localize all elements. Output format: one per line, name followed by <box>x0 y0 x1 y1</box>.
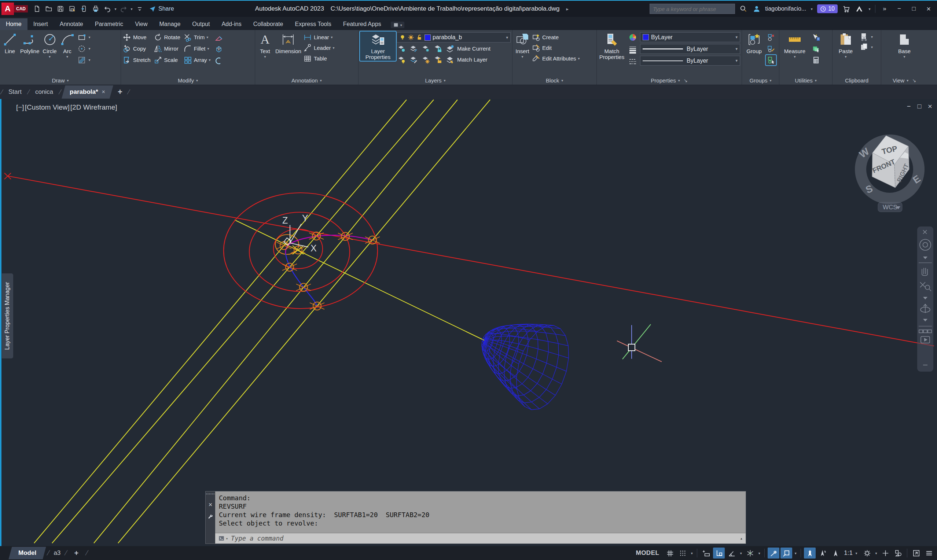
hatch-button[interactable] <box>77 55 87 65</box>
fillet-button[interactable]: Fillet▾ <box>183 44 211 54</box>
lineweight-dropdown[interactable]: ByLayer▾ <box>640 44 740 54</box>
object-snap-button[interactable] <box>780 548 792 558</box>
layer-properties-button[interactable]: Layer Properties <box>360 32 396 61</box>
text-button[interactable]: A Text ▾ <box>257 32 274 59</box>
array-button[interactable]: Array▾ <box>183 55 211 65</box>
command-panel-grip[interactable]: •••••• × <box>206 491 215 543</box>
ribbon-tab-parametric[interactable]: Parametric <box>89 18 129 30</box>
window-close-button[interactable]: × <box>923 3 934 14</box>
window-minimize-button[interactable]: − <box>894 3 905 14</box>
panel-title-block[interactable]: Block▾ <box>512 76 597 85</box>
insert-button[interactable]: Insert ▾ <box>514 32 531 59</box>
redo-dropdown-caret[interactable]: ▾ <box>130 7 134 11</box>
app-logo[interactable]: A CAD <box>0 1 28 17</box>
viewport-view-control[interactable]: [Custom View] <box>25 103 70 111</box>
quick-calculator-button[interactable] <box>811 55 821 65</box>
autodesk-dropdown-caret[interactable]: ▾ <box>868 7 871 11</box>
cut-caret[interactable]: ▾ <box>871 35 873 39</box>
new-drawing-tab-button[interactable]: + <box>113 87 127 97</box>
leader-button[interactable]: Leader▾ <box>303 43 335 53</box>
redo-button[interactable] <box>118 3 129 14</box>
rectangle-button[interactable] <box>77 32 87 43</box>
new-file-button[interactable] <box>32 3 43 14</box>
ribbon-tab-view[interactable]: View <box>129 18 153 30</box>
isometric-drafting-button[interactable] <box>744 548 756 558</box>
move-button[interactable]: Move <box>122 32 151 42</box>
copy-clip-caret[interactable]: ▾ <box>871 45 873 49</box>
viewport-visual-style-control[interactable]: [2D Wireframe] <box>71 103 117 111</box>
command-recent-caret[interactable]: ▾ <box>226 537 228 541</box>
ribbon-tab-manage[interactable]: Manage <box>154 18 186 30</box>
plot-button[interactable] <box>90 3 101 14</box>
drawing-area[interactable]: ZYX W S E TOP FRONT RIGHT WCS <box>0 99 937 546</box>
rectangle-caret[interactable]: ▾ <box>89 35 91 39</box>
panel-title-draw[interactable]: Draw▾ <box>0 76 121 85</box>
table-button[interactable]: Table <box>303 54 335 63</box>
window-maximize-button[interactable]: □ <box>908 3 919 14</box>
group-button[interactable]: Group <box>743 32 765 55</box>
user-dropdown-caret[interactable]: ▾ <box>810 7 814 11</box>
layer-properties-manager-tab[interactable]: Layer Properties Manager <box>2 274 13 358</box>
layer-unlock-all-button[interactable] <box>433 55 443 65</box>
open-from-web-button[interactable] <box>78 3 89 14</box>
viewport-minimize-control[interactable]: [−] <box>16 103 24 111</box>
ellipse-button[interactable] <box>77 44 87 54</box>
command-input-row[interactable]: ▾ Type a command ▴ <box>215 533 746 543</box>
polar-caret[interactable]: ▾ <box>739 551 743 555</box>
undo-button[interactable] <box>102 3 113 14</box>
stretch-button[interactable]: Stretch <box>122 55 151 65</box>
linear-button[interactable]: Linear▾ <box>303 32 335 42</box>
save-as-button[interactable] <box>67 3 78 14</box>
scale-button[interactable]: Scale <box>154 55 180 65</box>
autodesk-logo-icon[interactable] <box>854 4 864 14</box>
viewcube[interactable]: W S E TOP FRONT RIGHT WCS <box>855 134 925 212</box>
panel-title-annotation[interactable]: Annotation▾ <box>255 76 358 85</box>
panel-title-groups[interactable]: Groups▾ <box>742 76 779 85</box>
cut-button[interactable] <box>859 32 869 42</box>
mirror-button[interactable]: Mirror <box>154 44 180 54</box>
customization-menu-button[interactable] <box>923 548 935 558</box>
layout-tab-a3[interactable]: a3 <box>52 549 62 557</box>
layer-isolate-button[interactable] <box>397 44 407 54</box>
new-layout-button[interactable]: + <box>70 549 83 557</box>
navigation-bar[interactable] <box>917 226 933 372</box>
command-expand-icon[interactable]: ▴ <box>740 536 743 541</box>
ribbon-tab-featured-apps[interactable]: Featured Apps <box>337 18 387 30</box>
object-color-dropdown[interactable]: ByLayer▾ <box>640 32 740 42</box>
block-edit-button[interactable]: Edit <box>532 43 580 53</box>
copy-button[interactable]: Copy <box>122 44 151 54</box>
share-button[interactable]: Share <box>149 5 174 12</box>
workspace-switching-button[interactable] <box>861 548 873 558</box>
session-timer-badge[interactable]: 10 <box>817 5 838 13</box>
qat-customize-button[interactable] <box>134 3 145 14</box>
layer-freeze-button[interactable] <box>421 44 431 54</box>
quick-select-button[interactable] <box>811 32 821 43</box>
panel-title-properties[interactable]: Properties▾↘ <box>597 76 742 85</box>
dimension-button[interactable]: Dimension <box>274 32 302 55</box>
snap-toggle-button[interactable] <box>677 548 688 558</box>
undo-dropdown-caret[interactable]: ▾ <box>114 7 117 11</box>
linetype-dropdown[interactable]: ByLayer▾ <box>640 56 740 66</box>
object-snap-tracking-button[interactable] <box>768 548 779 558</box>
dynamic-input-button[interactable] <box>700 548 712 558</box>
command-close-icon[interactable]: × <box>209 501 212 509</box>
layer-unisolate-button[interactable] <box>409 44 419 54</box>
annotation-scale-button[interactable] <box>829 548 841 558</box>
ribbon-tab-collaborate[interactable]: Collaborate <box>248 18 289 30</box>
panel-title-layers[interactable]: Layers▾ <box>358 76 512 85</box>
ribbon-display-toggle[interactable]: ▾ <box>391 22 404 28</box>
view-expander[interactable]: ↘ <box>912 78 916 83</box>
panel-title-view[interactable]: View▾↘ <box>881 76 928 85</box>
file-tab-conica[interactable]: conica <box>30 85 58 98</box>
circle-button[interactable]: Circle ▾ <box>42 32 58 59</box>
username[interactable]: tiagobonifacio... <box>765 6 806 12</box>
paste-button[interactable]: Paste ▾ <box>834 32 857 59</box>
customize-wrench-icon[interactable] <box>208 514 213 520</box>
panel-title-clipboard[interactable]: Clipboard <box>832 76 881 85</box>
command-line-panel[interactable]: •••••• × Command:REVSURFCurrent wire fra… <box>205 491 746 544</box>
ui-crosshair-button[interactable] <box>879 548 891 558</box>
grid-toggle-button[interactable] <box>664 548 675 558</box>
model-tab[interactable]: Model <box>8 547 46 559</box>
layer-lock-button[interactable] <box>433 44 443 54</box>
file-tab-parabola[interactable]: parabola*× <box>62 85 113 98</box>
